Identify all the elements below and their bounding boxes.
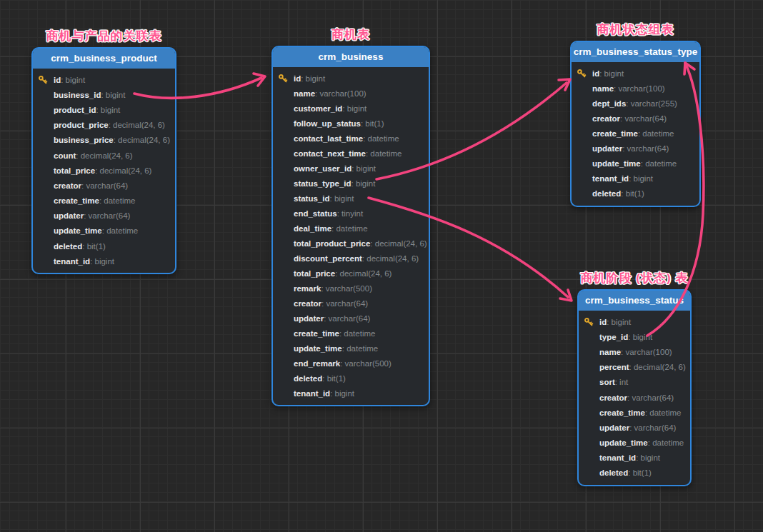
field-type: : varchar(64) — [627, 393, 674, 402]
field-name: id — [599, 318, 607, 326]
field-row-count: count: decimal(24, 6) — [33, 148, 175, 163]
field-row-id: id: bigint — [33, 72, 175, 87]
field-row-total_price: total_price: decimal(24, 6) — [273, 266, 429, 281]
field-type: : varchar(500) — [321, 284, 372, 293]
table-header-crm-business-status-type[interactable]: crm_business_status_type — [572, 42, 699, 62]
field-row-creator: creator: varchar(64) — [273, 296, 429, 311]
field-row-creator: creator: varchar(64) — [33, 178, 175, 193]
field-row-tenant_id: tenant_id: bigint — [273, 386, 429, 401]
field-row-owner_user_id: owner_user_id: bigint — [273, 161, 429, 176]
field-name: status_id — [294, 194, 330, 203]
field-type: : varchar(255) — [626, 99, 677, 108]
field-name: tenant_id — [54, 257, 90, 266]
field-name: updater — [294, 314, 324, 323]
field-name: count — [54, 151, 76, 160]
table-crm-business-product[interactable]: 商机与产品的关联表 crm_business_product id: bigin… — [31, 47, 176, 274]
table-crm-business-status-type[interactable]: 商机状态组表 crm_business_status_type id: bigi… — [570, 41, 701, 207]
field-name: customer_id — [294, 104, 342, 113]
field-type: : datetime — [363, 134, 399, 143]
field-name: tenant_id — [294, 389, 330, 398]
primary-key-icon — [38, 75, 54, 85]
field-row-deleted: deleted: bit(1) — [33, 239, 175, 254]
field-name: creator — [54, 181, 81, 190]
field-row-business_id: business_id: bigint — [33, 87, 175, 102]
table-body-crm-business-status-type: id: bigintname: varchar(100)dept_ids: va… — [572, 62, 699, 206]
field-row-name: name: varchar(100) — [572, 81, 699, 96]
field-row-create_time: create_time: datetime — [579, 405, 690, 420]
field-name: product_price — [54, 121, 109, 129]
field-type: : bigint — [342, 104, 366, 113]
field-type: : bigint — [90, 257, 114, 266]
table-body-crm-business-status: id: biginttype_id: bigintname: varchar(1… — [579, 311, 690, 485]
field-name: name — [294, 89, 315, 98]
field-type: : tinyint — [337, 209, 363, 218]
table-header-crm-business[interactable]: crm_business — [273, 47, 429, 67]
field-row-customer_id: customer_id: bigint — [273, 101, 429, 116]
field-name: tenant_id — [592, 174, 629, 183]
field-type: : decimal(24, 6) — [109, 121, 165, 129]
field-name: id — [54, 76, 61, 84]
field-name: product_id — [54, 106, 96, 114]
table-header-crm-business-status[interactable]: crm_business_status — [579, 291, 690, 311]
field-name: create_time — [54, 196, 99, 205]
field-name: business_price — [54, 136, 114, 144]
field-type: : datetime — [102, 226, 139, 235]
field-type: : decimal(24, 6) — [335, 269, 392, 278]
field-type: : int — [615, 378, 629, 386]
field-type: : varchar(64) — [622, 144, 669, 153]
field-row-create_time: create_time: datetime — [273, 326, 429, 341]
field-name: tenant_id — [599, 453, 636, 462]
field-row-product_price: product_price: decimal(24, 6) — [33, 118, 175, 133]
field-type: : bigint — [599, 69, 624, 78]
table-crm-business[interactable]: 商机表 crm_business id: bigintname: varchar… — [271, 46, 430, 406]
field-row-remark: remark: varchar(500) — [273, 281, 429, 296]
field-name: percent — [599, 363, 629, 371]
field-type: : datetime — [645, 408, 682, 417]
field-name: contact_next_time — [294, 149, 366, 158]
diagram-canvas[interactable]: 商机与产品的关联表 crm_business_product id: bigin… — [0, 0, 763, 532]
field-name: deleted — [599, 468, 628, 477]
field-type: : varchar(64) — [629, 423, 676, 432]
field-type: : bit(1) — [628, 468, 652, 477]
field-name: name — [592, 84, 614, 93]
field-type: : bigint — [351, 179, 376, 188]
field-type: : decimal(24, 6) — [114, 136, 170, 144]
field-type: : datetime — [339, 329, 376, 338]
field-type: : bigint — [330, 389, 354, 398]
field-row-create_time: create_time: datetime — [572, 126, 699, 141]
field-row-create_time: create_time: datetime — [33, 194, 175, 209]
field-row-updater: updater: varchar(64) — [33, 209, 175, 224]
field-row-deleted: deleted: bit(1) — [572, 186, 699, 201]
field-type: : varchar(64) — [324, 314, 370, 323]
field-name: id — [592, 69, 599, 78]
table-header-crm-business-product[interactable]: crm_business_product — [33, 49, 175, 69]
field-type: : varchar(100) — [621, 348, 672, 356]
table-annotation-crm-business-status-type: 商机状态组表 — [543, 21, 728, 38]
field-name: create_time — [599, 408, 645, 417]
field-name: total_product_price — [294, 239, 370, 248]
primary-key-icon — [278, 74, 294, 84]
field-name: creator — [294, 299, 321, 308]
field-name: update_time — [599, 438, 648, 447]
field-name: discount_percent — [294, 254, 362, 263]
table-annotation-crm-business: 商机表 — [244, 26, 457, 43]
field-name: deleted — [294, 374, 322, 383]
field-type: : varchar(500) — [340, 359, 392, 368]
field-name: creator — [599, 393, 627, 402]
field-name: sort — [599, 378, 615, 386]
field-name: creator — [592, 114, 620, 123]
field-name: business_id — [54, 91, 101, 99]
field-name: create_time — [592, 129, 638, 138]
field-row-end_remark: end_remark: varchar(500) — [273, 356, 429, 371]
field-row-end_status: end_status: tinyint — [273, 206, 429, 221]
field-name: id — [294, 74, 301, 83]
field-name: deleted — [592, 189, 621, 198]
field-row-sort: sort: int — [579, 375, 690, 390]
field-row-updater: updater: varchar(64) — [579, 420, 690, 435]
table-crm-business-status[interactable]: 商机阶段 (状态) 表 crm_business_status id: bigi… — [577, 289, 692, 486]
field-row-product_id: product_id: bigint — [33, 102, 175, 117]
field-row-type_id: type_id: bigint — [579, 329, 690, 344]
field-name: end_status — [294, 209, 337, 218]
field-type: : bigint — [301, 74, 325, 83]
field-type: : datetime — [366, 149, 402, 158]
